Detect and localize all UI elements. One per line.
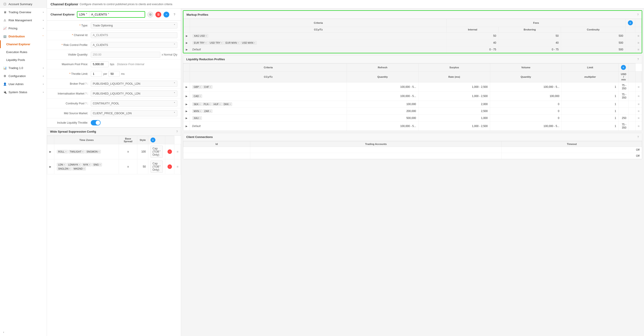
channel-id-input[interactable] (91, 32, 177, 38)
broker-pool-select[interactable]: PUBLISHED_LIQUIDITY_POOL_LDN ˅ (91, 81, 177, 87)
tag-remove[interactable]: × (200, 95, 201, 97)
expand-icon[interactable]: ▶ (186, 95, 188, 97)
style-cell[interactable]: Cap (TOB Only)˅ (148, 159, 165, 174)
risk-control-select[interactable]: A_CLIENTS ˅ (91, 42, 177, 48)
add-button[interactable]: + (164, 12, 169, 18)
visible-qty-input[interactable] (91, 52, 160, 58)
tag-remove[interactable]: × (200, 117, 201, 119)
delete-row-button[interactable]: − (168, 164, 172, 169)
th-add-markup[interactable]: + (626, 19, 635, 27)
sidebar-item-trading-overview[interactable]: 🖥 Trading Overview › (0, 8, 47, 16)
expand-icon[interactable]: ▶ (186, 103, 188, 105)
add-lrp-button[interactable]: + (621, 65, 626, 70)
menu-cell[interactable]: ≡ (635, 122, 642, 131)
tag-remove[interactable]: × (238, 42, 239, 44)
sidebar-item-distribution[interactable]: 🏢 Distribution ˅ (0, 32, 47, 40)
tag-remove[interactable]: × (209, 103, 210, 105)
sidebar-item-liquidity-pools[interactable]: Liquidity Pools (0, 56, 47, 64)
menu-cell[interactable]: ≡ (635, 46, 642, 53)
sidebar-collapse-button[interactable]: ‹ (0, 328, 47, 336)
expand-icon[interactable]: ▶ (186, 86, 188, 88)
tag-remove[interactable]: × (200, 86, 201, 88)
expand-icon[interactable]: ▶ (186, 48, 188, 51)
tag-remove[interactable]: × (254, 42, 255, 44)
throttle-input[interactable] (91, 71, 102, 77)
expand-icon[interactable]: ▶ (186, 42, 188, 44)
menu-cell[interactable]: ≡ (174, 144, 181, 159)
tag-remove[interactable]: × (82, 150, 84, 153)
expand-icon[interactable]: ▶ (50, 150, 51, 153)
tag-remove[interactable]: × (221, 42, 222, 44)
help-button[interactable]: ? (172, 12, 177, 18)
menu-cell[interactable]: ≡ (635, 115, 642, 122)
expand-cell[interactable]: ▶ (183, 92, 190, 101)
sidebar-item-system-status[interactable]: 🔌 System Status › (0, 88, 47, 96)
sidebar-item-user-admin[interactable]: 👤 User Admin › (0, 80, 47, 88)
menu-cell[interactable]: ≡ (635, 108, 642, 115)
menu-cell[interactable]: ≡ (174, 159, 181, 174)
style-select[interactable]: Cap (TOB Only)˅ (150, 160, 163, 173)
lrp-help[interactable]: ? (637, 58, 639, 61)
tag-remove[interactable]: × (199, 103, 200, 105)
menu-cell[interactable]: ≡ (635, 92, 642, 101)
expand-cell[interactable]: ▶ (47, 159, 54, 174)
row-menu-icon[interactable]: ≡ (638, 109, 640, 113)
tag-remove[interactable]: × (69, 167, 70, 170)
tag-remove[interactable]: × (210, 86, 211, 88)
tag-remove[interactable]: × (219, 103, 221, 105)
tag-remove[interactable]: × (205, 42, 206, 44)
tag-remove[interactable]: × (206, 35, 207, 37)
max-pool-input[interactable] (91, 61, 109, 67)
expand-icon[interactable]: ▶ (186, 110, 188, 112)
expand-cell[interactable]: ▶ (183, 82, 190, 92)
add-markup-button[interactable]: + (628, 20, 633, 25)
menu-cell[interactable]: ≡ (635, 82, 642, 92)
expand-cell[interactable]: ▶ (183, 122, 190, 131)
expand-icon[interactable]: ▶ (186, 125, 188, 127)
row-menu-icon[interactable]: ≡ (638, 48, 639, 51)
tag-remove[interactable]: × (100, 163, 101, 166)
wide-spread-help[interactable]: ? (176, 130, 178, 133)
style-cell[interactable]: Cap (TOB Only)˅ (148, 144, 165, 159)
sidebar-item-execution-rules[interactable]: Execution Rules (0, 48, 47, 56)
sidebar-item-account-summary[interactable]: ☐ Account Summary (0, 0, 47, 8)
copy-button[interactable]: ⧉ (147, 12, 153, 18)
location-dropdown[interactable]: LDN ˅ (77, 12, 90, 17)
row-menu-icon[interactable]: ≡ (638, 85, 640, 89)
sidebar-item-pricing[interactable]: 📈 Pricing › (0, 24, 47, 32)
tag-remove[interactable]: × (230, 103, 231, 105)
throttle-ms-input[interactable] (108, 71, 120, 77)
row-menu-icon[interactable]: ≡ (638, 124, 640, 128)
liquidity-throttle-toggle[interactable] (91, 120, 100, 125)
expand-cell[interactable]: ▶ (183, 115, 190, 122)
sidebar-item-channel-explorer[interactable]: Channel Explorer (0, 40, 47, 48)
delete-button[interactable]: 🗑 (156, 12, 161, 18)
sidebar-item-trading-1[interactable]: 📊 Trading 1.0 › (0, 64, 47, 72)
expand-icon[interactable]: ▶ (186, 35, 188, 37)
th-add-lrp[interactable]: + (618, 64, 628, 71)
row-menu-icon[interactable]: ≡ (177, 165, 178, 169)
menu-cell[interactable]: ≡ (635, 101, 642, 108)
row-menu-icon[interactable]: ≡ (638, 102, 640, 106)
row-menu-icon[interactable]: ≡ (638, 41, 639, 45)
tag-remove[interactable]: × (84, 167, 85, 170)
tag-remove[interactable]: × (98, 150, 100, 153)
expand-icon[interactable]: ▶ (186, 117, 188, 119)
sidebar-item-configuration[interactable]: ⚙ Configuration › (0, 72, 47, 80)
tag-remove[interactable]: × (64, 163, 65, 166)
style-select[interactable]: Cap (TOB Only)˅ (150, 146, 163, 158)
th-add-wide[interactable]: + (148, 136, 165, 144)
tag-remove[interactable]: × (200, 110, 201, 112)
delete-cell[interactable]: − (165, 144, 174, 159)
internalisation-select[interactable]: PUBLISHED_LIQUIDITY_POOL_LDN ˅ (91, 90, 177, 97)
row-menu-icon[interactable]: ≡ (638, 94, 640, 98)
markup-profiles-help[interactable]: ? (637, 13, 639, 16)
tag-remove[interactable]: × (89, 163, 90, 166)
mid-source-select[interactable]: CLIENT_PRICE_CBOOK_LDN ˅ (91, 110, 177, 116)
expand-cell[interactable]: ▶ (184, 46, 190, 53)
expand-cell[interactable]: ▶ (184, 39, 190, 46)
tag-remove[interactable]: × (65, 150, 67, 153)
add-wide-spread-button[interactable]: + (150, 137, 156, 142)
tag-remove[interactable]: × (79, 163, 80, 166)
cc-help[interactable]: ? (637, 135, 639, 139)
